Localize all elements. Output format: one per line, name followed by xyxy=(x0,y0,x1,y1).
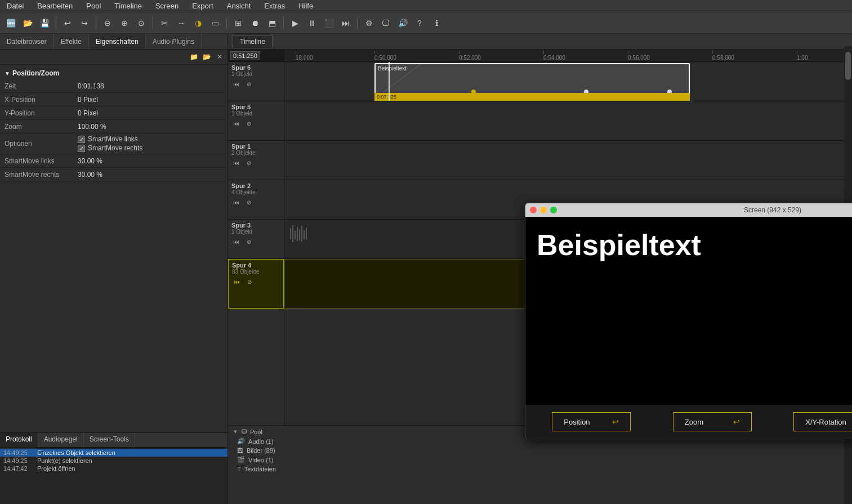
pool-bilder-label: Bilder (89) xyxy=(247,447,275,454)
menu-extras[interactable]: Extras xyxy=(262,1,287,11)
option-smartmove-rechts-label: SmartMove rechts xyxy=(88,144,142,152)
open-button[interactable]: 📂 xyxy=(20,16,35,30)
checkbox-smartmove-links[interactable]: ✓ xyxy=(78,136,85,143)
track-prev-4[interactable]: ⏮ xyxy=(232,276,242,287)
track-header-1: Spur 1 2 Objekte ⏮ ⊘ xyxy=(228,141,284,180)
tab-dateibrowser[interactable]: Dateibrowser xyxy=(0,34,54,49)
log-entry-1[interactable]: 14:49:25 Punkt(e) selektieren xyxy=(0,457,228,465)
prop-smartmove-rechts: SmartMove rechts 30.00 % xyxy=(0,168,228,181)
smartmove-rechts-value[interactable]: 30.00 % xyxy=(78,171,102,179)
save-button[interactable]: 💾 xyxy=(37,16,52,30)
ruler-row: 18.000 0:50.000 0:52.000 0:54.000 0:56.0… xyxy=(284,50,852,62)
settings-button[interactable]: ⚙ xyxy=(362,16,376,30)
log-entry-2[interactable]: 14:47:42 Projekt öffnen xyxy=(0,465,228,472)
options-label: Optionen xyxy=(5,140,78,148)
tab-eigenschaften[interactable]: Eigenschaften xyxy=(89,34,146,49)
prop-zoom: Zoom 100.00 % xyxy=(0,120,228,133)
track-prev-6[interactable]: ⏮ xyxy=(231,79,242,89)
undo-button[interactable]: ↩ xyxy=(60,16,75,30)
pool-item-video[interactable]: 🎬 Video (1) xyxy=(233,455,847,465)
end-button[interactable]: ⏭ xyxy=(338,16,353,30)
zoom-fit-button[interactable]: ⊙ xyxy=(134,16,149,30)
prop-y-value[interactable]: 0 Pixel xyxy=(78,109,98,117)
preview-btn-position[interactable]: Position ↩ xyxy=(552,412,631,431)
preview-close-button[interactable] xyxy=(530,207,537,213)
prop-zoom-value[interactable]: 100.00 % xyxy=(78,123,106,131)
track-mute-4[interactable]: ⊘ xyxy=(244,276,255,287)
close-panel-button[interactable]: ✕ xyxy=(214,51,225,63)
new-folder-button[interactable]: 📁 xyxy=(188,51,199,63)
ruler-tick-2: 0:52.000 xyxy=(459,51,481,61)
stop-button[interactable]: ⬛ xyxy=(322,16,336,30)
smartmove-links-value[interactable]: 30.00 % xyxy=(78,157,102,165)
video-icon: 🎬 xyxy=(237,456,245,463)
menu-ansicht[interactable]: Ansicht xyxy=(225,1,253,11)
folder-button[interactable]: 📂 xyxy=(201,51,212,63)
tab-screen-tools[interactable]: Screen-Tools xyxy=(84,433,135,447)
toolbar-separator-4 xyxy=(226,17,227,29)
track-count-3: 1 Objekt xyxy=(231,229,252,235)
section-position-zoom[interactable]: ▼ Position/Zoom xyxy=(0,67,228,79)
grid-button[interactable]: ⊞ xyxy=(231,16,246,30)
track-mute-6[interactable]: ⊘ xyxy=(244,79,254,89)
monitor-button[interactable]: 🖵 xyxy=(378,16,393,30)
right-area: Timeline 0:51.250 Spur 6 1 Objekt ⏮ ⊘ xyxy=(228,34,852,504)
log-tabs: Protokoll Audiopegel Screen-Tools xyxy=(0,433,228,448)
preview-maximize-button[interactable] xyxy=(550,207,557,213)
help-button[interactable]: ? xyxy=(412,16,427,30)
track-prev-5[interactable]: ⏮ xyxy=(231,118,242,128)
track-prev-2[interactable]: ⏮ xyxy=(231,197,242,207)
track-count-1: 2 Objekte xyxy=(231,150,256,156)
menu-timeline[interactable]: Timeline xyxy=(112,1,144,11)
move-button[interactable]: ↔ xyxy=(174,16,189,30)
log-time-2: 14:47:42 xyxy=(3,465,33,472)
tab-effekte[interactable]: Effekte xyxy=(54,34,89,49)
section-arrow: ▼ xyxy=(5,70,10,77)
trim-button[interactable]: ⬒ xyxy=(265,16,279,30)
track-name-1: Spur 1 xyxy=(231,143,251,150)
redo-button[interactable]: ↪ xyxy=(77,16,92,30)
prop-x-value[interactable]: 0 Pixel xyxy=(78,96,98,104)
pool-item-bilder[interactable]: 🖼 Bilder (89) xyxy=(233,446,847,455)
menu-pool[interactable]: Pool xyxy=(84,1,103,11)
tab-protokoll[interactable]: Protokoll xyxy=(0,433,38,447)
play-button[interactable]: ▶ xyxy=(288,16,302,30)
tab-audiopegel[interactable]: Audiopegel xyxy=(38,433,84,447)
menu-screen[interactable]: Screen xyxy=(153,1,181,11)
fx-button[interactable]: ▭ xyxy=(208,16,222,30)
track-name-6: Spur 6 xyxy=(231,64,251,71)
split-button[interactable]: ✂ xyxy=(157,16,172,30)
preview-btn-xy-rotation[interactable]: X/Y-Rotation ↩ xyxy=(793,412,852,431)
preview-btn-zoom[interactable]: Zoom ↩ xyxy=(673,412,752,431)
new-button[interactable]: 🆕 xyxy=(3,16,18,30)
track-mute-3[interactable]: ⊘ xyxy=(244,237,254,247)
zoom-in-button[interactable]: ⊕ xyxy=(117,16,132,30)
track-mute-5[interactable]: ⊘ xyxy=(244,118,254,128)
track-mute-2[interactable]: ⊘ xyxy=(244,197,254,207)
scroll-thumb[interactable] xyxy=(845,52,851,80)
track-prev-3[interactable]: ⏮ xyxy=(231,237,242,247)
menu-bearbeiten[interactable]: Bearbeiten xyxy=(35,1,75,11)
pool-item-text[interactable]: T Textdateien xyxy=(233,465,847,474)
track-prev-1[interactable]: ⏮ xyxy=(231,158,242,168)
log-entry-0[interactable]: 14:49:25 Einzelnes Objekt selektieren xyxy=(0,449,228,457)
info-button[interactable]: ℹ xyxy=(429,16,444,30)
record-button[interactable]: ⏺ xyxy=(248,16,262,30)
timeline-tab[interactable]: Timeline xyxy=(233,35,273,48)
checkbox-smartmove-rechts[interactable]: ✓ xyxy=(78,145,85,152)
menu-datei[interactable]: Datei xyxy=(5,1,26,11)
curve-button[interactable]: ◑ xyxy=(191,16,206,30)
zoom-out-button[interactable]: ⊖ xyxy=(100,16,115,30)
menu-hilfe[interactable]: Hilfe xyxy=(296,1,315,11)
prop-zeit-value[interactable]: 0:01.138 xyxy=(78,82,104,90)
menu-export[interactable]: Export xyxy=(190,1,216,11)
svg-rect-6 xyxy=(301,226,302,242)
pause-button[interactable]: ⏸ xyxy=(305,16,319,30)
track-mute-1[interactable]: ⊘ xyxy=(244,158,254,168)
log-time-0: 14:49:25 xyxy=(3,449,33,456)
preview-minimize-button[interactable] xyxy=(540,207,547,213)
speaker-button[interactable]: 🔊 xyxy=(395,16,410,30)
track-name-2: Spur 2 xyxy=(231,182,251,189)
pool-text-label: Textdateien xyxy=(244,466,276,472)
tab-audio-plugins[interactable]: Audio-Plugins xyxy=(146,34,202,49)
